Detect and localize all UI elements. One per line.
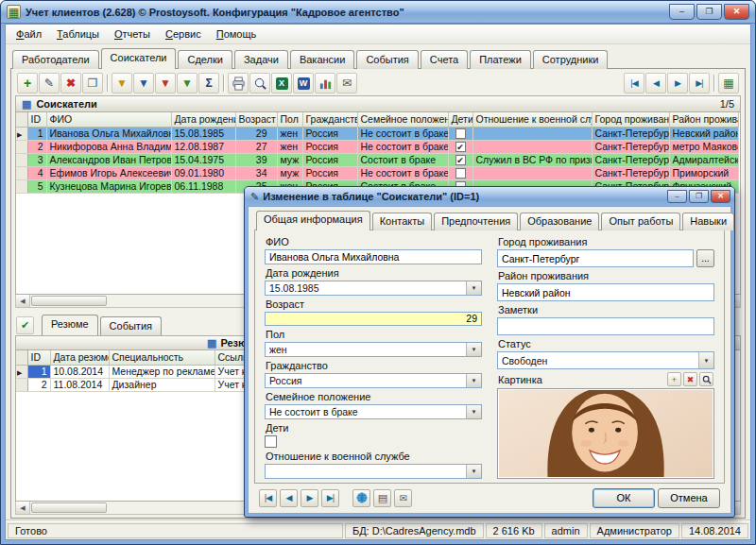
cell[interactable]: метро Маяковская xyxy=(669,140,738,153)
chevron-down-icon[interactable]: ▼ xyxy=(466,343,481,356)
cancel-button[interactable]: Отмена xyxy=(658,488,720,508)
picture-zoom-icon[interactable] xyxy=(699,372,713,386)
cell[interactable] xyxy=(472,166,592,179)
cell[interactable]: 29 xyxy=(235,127,277,140)
col-header-id[interactable]: ID xyxy=(27,112,46,127)
sum-icon[interactable]: Σ xyxy=(198,73,219,94)
close-icon[interactable]: ✕ xyxy=(724,4,749,20)
cell[interactable]: 27 xyxy=(235,140,277,153)
menu-file[interactable]: Файл xyxy=(9,26,49,43)
table-row[interactable]: 1 Иванова Ольга Михайловна 15.08.1985 29… xyxy=(16,127,738,140)
ok-button[interactable]: ОК xyxy=(593,488,655,508)
applicant-photo[interactable] xyxy=(497,388,714,479)
tab-employers[interactable]: Работодатели xyxy=(12,50,99,69)
print-icon[interactable] xyxy=(228,73,249,94)
tab-events[interactable]: События xyxy=(356,50,418,69)
chart-icon[interactable] xyxy=(315,73,335,94)
cell[interactable] xyxy=(448,166,472,179)
cell[interactable]: жен xyxy=(277,127,302,140)
table-row[interactable]: 4 Ефимов Игорь Алексеевич 09.01.1980 34 … xyxy=(16,166,738,179)
nav-last-icon[interactable]: ▶| xyxy=(689,73,710,94)
cell[interactable]: 12.08.1987 xyxy=(171,140,235,153)
cell[interactable]: Менеджер по рекламе xyxy=(109,365,215,378)
scroll-left-icon[interactable] xyxy=(16,502,30,514)
nav-first-icon[interactable]: |◀ xyxy=(624,73,644,94)
col-header-citizenship[interactable]: Гражданство xyxy=(302,112,357,127)
menu-service[interactable]: Сервис xyxy=(158,26,209,43)
col-header-military[interactable]: Отношение к военной службе xyxy=(472,112,592,127)
cell[interactable]: Иванова Ольга Михайловна xyxy=(46,127,171,140)
cell[interactable]: Россия xyxy=(302,140,357,153)
dialog-maximize-icon[interactable]: ❐ xyxy=(689,190,709,203)
notes-field[interactable] xyxy=(497,317,714,335)
cell[interactable]: Кузнецова Марина Игоревна xyxy=(46,179,171,193)
col-header-id[interactable]: ID xyxy=(27,350,50,365)
children-checkbox[interactable] xyxy=(265,435,277,448)
col-header-birth[interactable]: Дата рождения xyxy=(171,112,235,127)
tab-vacancies[interactable]: Вакансии xyxy=(290,50,355,69)
military-combobox[interactable]: ▼ xyxy=(265,464,482,479)
tab-resume[interactable]: Резюме xyxy=(42,315,98,335)
cell[interactable]: Россия xyxy=(302,166,357,179)
cell[interactable] xyxy=(472,127,592,140)
chevron-down-icon[interactable]: ▼ xyxy=(466,281,481,295)
cell[interactable]: 3 xyxy=(27,153,46,166)
age-field[interactable] xyxy=(265,312,482,327)
dialog-close-icon[interactable]: ✕ xyxy=(711,190,730,203)
send-mail-icon[interactable]: ✉ xyxy=(394,489,412,507)
menu-help[interactable]: Помощь xyxy=(209,26,265,43)
tab-applicants[interactable]: Соискатели xyxy=(101,48,177,69)
cell[interactable]: Не состоит в браке xyxy=(357,140,448,153)
picture-add-icon[interactable]: + xyxy=(667,372,681,386)
cell[interactable]: Никифорова Анна Владимировна xyxy=(46,140,171,153)
cell[interactable]: Санкт-Петербург xyxy=(592,127,669,140)
cell[interactable]: 15.04.1975 xyxy=(171,153,235,166)
menu-reports[interactable]: Отчеты xyxy=(107,26,158,43)
record-first-icon[interactable]: |◀ xyxy=(259,489,277,507)
copy-record-icon[interactable]: ❐ xyxy=(82,73,103,94)
cell[interactable]: Санкт-Петербург xyxy=(592,153,669,166)
add-record-icon[interactable]: + xyxy=(17,73,38,94)
children-checkbox[interactable] xyxy=(455,128,466,139)
export-word-icon[interactable]: W xyxy=(293,73,314,94)
col-header-city[interactable]: Город проживания xyxy=(592,112,669,127)
cell[interactable]: Дизайнер xyxy=(109,378,215,391)
cell[interactable] xyxy=(448,127,472,140)
chevron-down-icon[interactable]: ▼ xyxy=(698,352,713,368)
dlg-tab-skills[interactable]: Навыки xyxy=(682,213,734,230)
cell[interactable]: Александров Иван Петрович xyxy=(46,153,171,166)
dlg-tab-education[interactable]: Образование xyxy=(520,213,599,230)
cell[interactable]: Адмиралтейский xyxy=(669,153,738,166)
nav-next-icon[interactable]: ▶ xyxy=(667,73,688,94)
cell[interactable]: Состоит в браке xyxy=(357,153,448,166)
menu-tables[interactable]: Таблицы xyxy=(49,26,107,43)
tab-tasks[interactable]: Задачи xyxy=(234,50,288,69)
cell[interactable] xyxy=(472,140,592,153)
export-excel-icon[interactable]: X xyxy=(271,73,292,94)
col-header-district[interactable]: Район проживания xyxy=(669,112,738,127)
clear-filter-icon[interactable]: ▼ xyxy=(155,73,176,94)
cell[interactable]: 34 xyxy=(235,166,277,179)
tab-staff[interactable]: Сотрудники xyxy=(533,50,609,69)
cell[interactable] xyxy=(448,140,472,153)
tab-invoices[interactable]: Счета xyxy=(421,50,468,69)
cell[interactable]: Россия xyxy=(302,127,357,140)
delete-record-icon[interactable]: ✖ xyxy=(60,73,81,94)
cell[interactable]: 5 xyxy=(27,179,46,193)
dlg-tab-general[interactable]: Общая информация xyxy=(256,211,370,230)
cell[interactable]: 10.08.2014 xyxy=(50,365,109,378)
city-field[interactable] xyxy=(497,249,694,267)
tab-payments[interactable]: Платежи xyxy=(470,50,531,69)
nav-prev-icon[interactable]: ◀ xyxy=(645,73,666,94)
cell[interactable]: Невский район xyxy=(669,127,738,140)
cell[interactable]: Приморский xyxy=(669,166,738,179)
scroll-thumb[interactable] xyxy=(31,502,107,513)
cell[interactable]: Ефимов Игорь Алексеевич xyxy=(46,166,171,179)
status-combobox[interactable]: Свободен ▼ xyxy=(497,351,714,369)
cell[interactable]: Санкт-Петербург xyxy=(592,140,669,153)
cell[interactable]: 1 xyxy=(27,127,46,140)
record-last-icon[interactable]: ▶| xyxy=(321,489,339,507)
cell[interactable]: Россия xyxy=(302,153,357,166)
fio-field[interactable] xyxy=(265,249,482,264)
cell[interactable]: 15.08.1985 xyxy=(171,127,235,140)
